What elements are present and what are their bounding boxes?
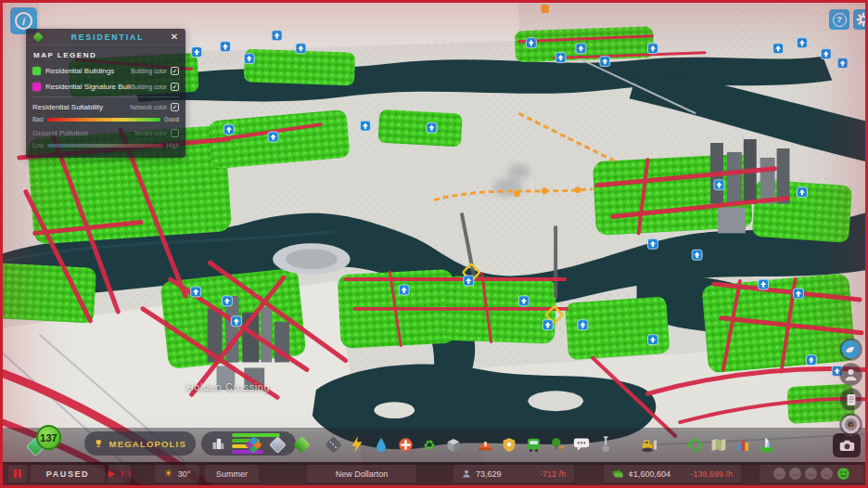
level-up-notification-icon[interactable]: [806, 355, 816, 366]
city-journal-button[interactable]: [839, 388, 862, 411]
water-icon[interactable]: [372, 435, 390, 454]
level-up-notification-icon[interactable]: [526, 38, 536, 48]
photo-mode-button[interactable]: [833, 433, 861, 457]
level-up-notification-icon[interactable]: [268, 132, 278, 142]
terraforming-icon[interactable]: [596, 435, 615, 454]
transportation-icon[interactable]: [524, 435, 542, 454]
checkbox[interactable]: ✓: [171, 83, 179, 91]
chirper-button[interactable]: [839, 338, 862, 361]
help-button[interactable]: ?: [829, 9, 849, 30]
checkbox[interactable]: ✓: [171, 103, 179, 111]
xp-widget[interactable]: 137: [29, 425, 77, 466]
statistics-icon[interactable]: [734, 435, 752, 454]
city-services-icon[interactable]: [758, 435, 776, 454]
map-tiles-icon[interactable]: [709, 435, 728, 454]
money-rate: -138,699 /h: [690, 469, 733, 479]
level-up-notification-icon[interactable]: [793, 289, 803, 299]
help-icon: ?: [833, 13, 847, 27]
level-up-notification-icon[interactable]: [244, 54, 254, 64]
level-up-notification-icon[interactable]: [648, 335, 658, 345]
level-up-notification-icon[interactable]: [821, 49, 831, 59]
main-toolbar: 137 MEGALOPOLIS: [3, 428, 865, 465]
close-icon[interactable]: ✕: [169, 32, 180, 42]
landscaping-icon[interactable]: [292, 435, 311, 454]
journal-icon: [844, 392, 859, 407]
level-up-notification-icon[interactable]: [464, 276, 474, 286]
residential-infoview-icon: [32, 32, 43, 42]
level-up-notification-icon[interactable]: [272, 31, 282, 41]
level-up-notification-icon[interactable]: [578, 320, 588, 330]
simulation-state[interactable]: PAUSED: [31, 465, 105, 482]
settings-button[interactable]: [853, 9, 868, 30]
level-up-notification-icon[interactable]: [648, 238, 658, 249]
level-up-notification-icon[interactable]: [759, 279, 769, 289]
level-up-notification-icon[interactable]: [192, 47, 202, 58]
level-up-notification-icon[interactable]: [600, 57, 610, 67]
checkbox[interactable]: [171, 129, 179, 137]
citizens-button[interactable]: [839, 363, 862, 386]
district-label: Holden Crossing: [159, 381, 298, 392]
level-up-notification-icon[interactable]: [714, 180, 724, 190]
city-name[interactable]: New Dollarton: [307, 465, 416, 482]
gradient-min-label: Bad: [32, 116, 44, 122]
level-up-notification-icon[interactable]: [191, 287, 201, 297]
level-up-notification-icon[interactable]: [518, 296, 529, 306]
notification-summary[interactable]: [760, 465, 863, 482]
speed-button[interactable]: [108, 465, 131, 482]
population-value: 73,629: [476, 469, 502, 479]
level-up-notification-icon[interactable]: [797, 38, 807, 48]
temperature-widget[interactable]: ☀ 30°: [155, 465, 199, 482]
level-up-notification-icon[interactable]: [223, 124, 234, 135]
fire-rescue-icon[interactable]: [476, 435, 494, 454]
level-up-notification-icon[interactable]: [576, 44, 586, 54]
level-up-notification-icon[interactable]: [692, 250, 702, 260]
legend-item-scope: Terrain color: [134, 130, 167, 136]
districts-icon[interactable]: [268, 435, 287, 454]
level-up-notification-icon[interactable]: [361, 121, 371, 131]
communications-icon[interactable]: [572, 435, 591, 454]
police-icon[interactable]: [500, 435, 518, 454]
milestone-widget[interactable]: MEGALOPOLIS: [84, 431, 196, 456]
city-level-badge: 137: [36, 425, 61, 450]
camera-icon: [839, 440, 855, 452]
healthcare-icon[interactable]: [396, 435, 415, 454]
radio-button[interactable]: ♪: [839, 413, 862, 436]
trophy-icon: [94, 436, 104, 451]
gear-icon: [856, 12, 868, 27]
zones-icon[interactable]: [244, 435, 262, 454]
level-up-notification-icon[interactable]: [399, 285, 409, 295]
level-up-notification-icon[interactable]: [797, 187, 807, 198]
level-up-notification-icon[interactable]: [648, 44, 658, 54]
legend-item-label: Residential Signature Buildings: [45, 83, 131, 91]
legend-header: RESIDENTIAL ✕: [26, 29, 185, 45]
happiness-smiley-icon: [836, 467, 850, 481]
level-up-notification-icon[interactable]: [296, 44, 306, 54]
level-up-notification-icon[interactable]: [427, 122, 437, 133]
level-up-notification-icon[interactable]: [220, 42, 230, 52]
legend-item-scope: Building color: [131, 83, 167, 90]
legend-item-scope: Network color: [130, 104, 167, 110]
level-up-notification-icon[interactable]: [773, 44, 784, 54]
economy-icon[interactable]: [685, 435, 704, 454]
parks-icon[interactable]: [548, 435, 567, 454]
level-up-notification-icon[interactable]: [542, 320, 553, 330]
roads-icon[interactable]: [324, 435, 342, 454]
level-up-notification-icon[interactable]: [222, 296, 232, 306]
suitability-gradient-row: Bad Good: [26, 115, 185, 125]
level-up-notification-icon[interactable]: [555, 53, 566, 63]
garbage-icon[interactable]: ♻: [420, 435, 439, 454]
legend-item-label: Residential Buildings: [45, 67, 131, 75]
muted-notification-icon: [805, 468, 817, 480]
level-up-notification-icon[interactable]: [231, 316, 241, 327]
electricity-icon[interactable]: [348, 435, 366, 454]
pause-button[interactable]: [8, 465, 27, 482]
level-up-notification-icon[interactable]: [837, 58, 848, 69]
money-widget[interactable]: ¢1,600,604 -138,699 /h: [604, 465, 741, 482]
education-icon[interactable]: [444, 435, 463, 454]
pollution-gradient-row: Low High: [26, 141, 185, 151]
population-widget[interactable]: 73,629 -712 /h: [453, 465, 574, 482]
season-widget[interactable]: Summer: [205, 465, 259, 482]
checkbox[interactable]: ✓: [171, 67, 179, 75]
info-icon: i: [15, 12, 32, 30]
bulldozer-icon[interactable]: [641, 435, 659, 454]
